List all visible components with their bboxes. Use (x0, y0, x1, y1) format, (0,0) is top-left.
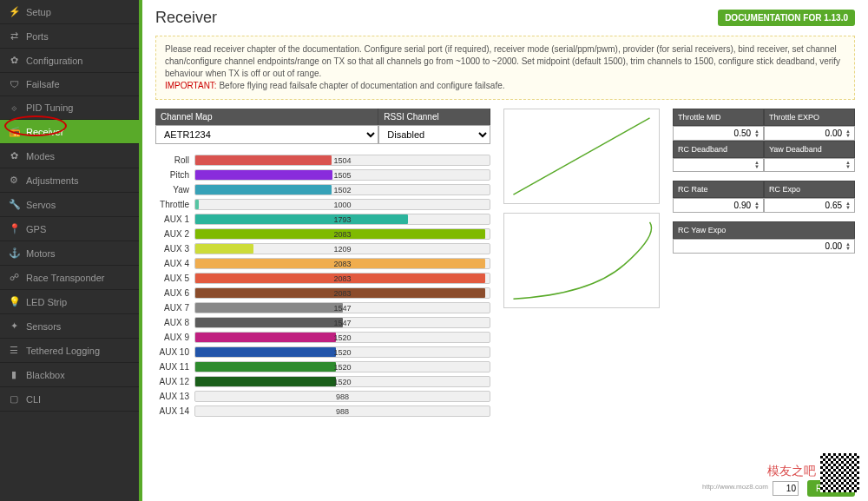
yaw-deadband-input[interactable]: ▲▼ (764, 158, 855, 172)
channel-label: AUX 4 (155, 259, 194, 268)
rc-yaw-expo-input[interactable]: 0.00▲▼ (673, 239, 855, 254)
sidebar-item-race-transponder[interactable]: ☍Race Transponder (0, 266, 139, 290)
channel-row: AUX 8 1547 (155, 315, 490, 330)
sidebar-label: Blackbox (26, 370, 65, 380)
channel-value: 1502 (333, 186, 351, 194)
channel-bar: 1000 (194, 199, 490, 210)
sidebar-item-configuration[interactable]: ✿Configuration (0, 49, 139, 73)
sidebar-label: PID Tuning (26, 102, 73, 113)
qr-code (820, 453, 859, 492)
channel-bar: 2083 (194, 273, 490, 284)
rc-yaw-expo-label: RC Yaw Expo (673, 221, 855, 239)
channel-row: AUX 2 2083 (155, 227, 490, 241)
sidebar-label: CLI (26, 394, 41, 405)
channel-row: AUX 11 1520 (155, 359, 490, 374)
channel-row: Yaw 1502 (155, 182, 490, 197)
channel-label: AUX 7 (155, 303, 194, 313)
channel-value: 1209 (333, 245, 351, 254)
sidebar-item-modes[interactable]: ✿Modes (0, 144, 139, 168)
sidebar-label: Failsafe (26, 79, 60, 89)
sidebar-icon: ⚡ (9, 6, 19, 17)
channel-value: 988 (336, 407, 349, 416)
sidebar-item-setup[interactable]: ⚡Setup (0, 0, 139, 24)
sidebar-icon: ▮ (9, 369, 19, 380)
page-title: Receiver (155, 9, 217, 27)
channel-row: AUX 1 1793 (155, 212, 490, 227)
sidebar-item-sensors[interactable]: ✦Sensors (0, 314, 139, 339)
throttle-expo-input[interactable]: 0.00▲▼ (764, 126, 855, 141)
channel-label: AUX 3 (155, 244, 194, 254)
graphs-column (503, 109, 660, 419)
refresh-rate-input[interactable] (773, 481, 799, 496)
sidebar-icon: 📻 (9, 126, 19, 137)
sidebar-icon: ⇄ (9, 30, 19, 42)
channel-row: AUX 6 2083 (155, 286, 490, 300)
sidebar-icon: ✿ (9, 55, 19, 66)
channel-label: AUX 14 (155, 406, 194, 416)
sidebar-item-blackbox[interactable]: ▮Blackbox (0, 363, 139, 387)
sidebar-label: Setup (26, 7, 51, 17)
rc-expo-input[interactable]: 0.65▲▼ (764, 198, 855, 213)
yaw-deadband-label: Yaw Deadband (764, 141, 855, 158)
sidebar-item-receiver[interactable]: 📻Receiver (0, 120, 139, 144)
channel-value: 1520 (333, 348, 351, 357)
sidebar: ⚡Setup⇄Ports✿Configuration🛡Failsafe⟐PID … (0, 0, 139, 501)
channel-map-select[interactable]: AETR1234 (155, 125, 378, 144)
throttle-mid-input[interactable]: 0.50▲▼ (673, 126, 764, 141)
channel-value: 1000 (333, 201, 351, 209)
channel-value: 1505 (333, 171, 351, 180)
channel-bar: 1209 (194, 243, 490, 254)
sidebar-label: GPS (26, 224, 46, 234)
channel-bar: 1505 (194, 169, 490, 181)
sidebar-item-motors[interactable]: ⚓Motors (0, 241, 139, 266)
throttle-expo-label: Throttle EXPO (764, 109, 855, 126)
channel-bar: 1520 (194, 332, 490, 343)
channel-bar: 1520 (194, 346, 490, 358)
rc-curve-graph (503, 213, 660, 308)
sidebar-icon: 🔧 (9, 199, 19, 210)
sidebar-item-pid-tuning[interactable]: ⟐PID Tuning (0, 96, 139, 120)
sidebar-item-servos[interactable]: 🔧Servos (0, 193, 139, 217)
sidebar-item-failsafe[interactable]: 🛡Failsafe (0, 73, 139, 96)
channel-label: AUX 9 (155, 333, 194, 342)
rc-rate-label: RC Rate (673, 181, 764, 198)
documentation-button[interactable]: DOCUMENTATION FOR 1.13.0 (718, 10, 855, 26)
sidebar-label: Configuration (26, 56, 82, 66)
sidebar-item-adjustments[interactable]: ⚙Adjustments (0, 168, 139, 193)
channel-row: AUX 10 1520 (155, 345, 490, 359)
sidebar-item-led-strip[interactable]: 💡LED Strip (0, 290, 139, 314)
channel-bar: 2083 (194, 258, 490, 269)
sidebar-item-tethered-logging[interactable]: ☰Tethered Logging (0, 339, 139, 363)
sidebar-icon: ☍ (9, 272, 19, 283)
throttle-mid-label: Throttle MID (673, 109, 764, 126)
channel-bar: 1520 (194, 361, 490, 372)
rc-deadband-input[interactable]: ▲▼ (673, 158, 764, 172)
rc-expo-label: RC Expo (764, 181, 855, 198)
channel-value: 1793 (333, 215, 351, 224)
channel-value: 1520 (333, 333, 351, 342)
sidebar-label: Race Transponder (26, 273, 105, 283)
notice-text: Please read receiver chapter of the docu… (165, 44, 840, 78)
sidebar-item-gps[interactable]: 📍GPS (0, 217, 139, 241)
channel-row: AUX 3 1209 (155, 241, 490, 256)
channel-label: AUX 13 (155, 392, 194, 401)
sidebar-icon: ✦ (9, 320, 19, 332)
rc-deadband-label: RC Deadband (673, 141, 764, 158)
channel-label: AUX 11 (155, 362, 194, 372)
channel-value: 988 (336, 392, 349, 401)
sidebar-item-cli[interactable]: ▢CLI (0, 387, 139, 412)
sidebar-label: Sensors (26, 321, 61, 332)
channel-bar: 1520 (194, 376, 490, 387)
channel-row: AUX 13 988 (155, 389, 490, 404)
sidebar-label: Ports (26, 31, 49, 42)
channel-label: AUX 5 (155, 274, 194, 283)
notice-box: Please read receiver chapter of the docu… (155, 36, 855, 100)
rssi-select[interactable]: Disabled (378, 125, 490, 144)
page-header: Receiver DOCUMENTATION FOR 1.13.0 (142, 0, 868, 36)
sidebar-icon: 🛡 (9, 79, 19, 89)
sidebar-item-ports[interactable]: ⇄Ports (0, 24, 139, 49)
channel-label: AUX 6 (155, 288, 194, 298)
sidebar-label: Receiver (26, 127, 63, 137)
rc-rate-input[interactable]: 0.90▲▼ (673, 198, 764, 213)
channel-bar: 1547 (194, 317, 490, 328)
